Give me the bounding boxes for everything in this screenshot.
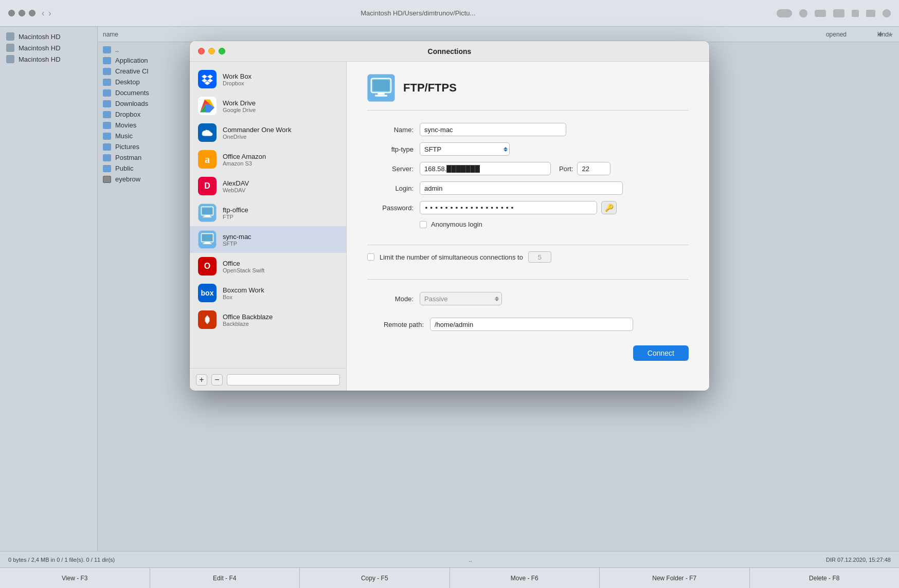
port-input[interactable] <box>577 162 610 175</box>
folder-icon <box>103 89 111 97</box>
server-input[interactable] <box>420 162 551 175</box>
name-input[interactable] <box>420 123 566 136</box>
forward-arrow-icon[interactable]: › <box>48 9 51 18</box>
server-row: Server: Port: <box>367 162 689 175</box>
connection-search-input[interactable] <box>227 374 340 385</box>
list-icon[interactable] <box>866 10 875 17</box>
svg-rect-7 <box>202 208 213 214</box>
show-password-button[interactable]: 🔑 <box>601 201 617 214</box>
divider-2 <box>367 279 689 280</box>
limit-checkbox[interactable] <box>367 253 374 261</box>
hdd-icon-3 <box>6 55 14 63</box>
svg-rect-14 <box>375 95 387 96</box>
name-label: Name: <box>367 126 413 134</box>
info-icon[interactable] <box>799 9 807 17</box>
conn-item-officebackblaze[interactable]: Office Backblaze Backblaze <box>190 306 346 333</box>
view-toggle-icon[interactable] <box>777 9 792 17</box>
back-arrow-icon[interactable]: ‹ <box>42 9 44 18</box>
connection-list-panel: Work Box Dropbox <box>190 62 347 391</box>
folder-icon <box>103 133 111 140</box>
modal-minimize-button[interactable] <box>208 48 215 54</box>
conn-info-workdrive: Work Drive Google Drive <box>223 99 256 113</box>
folder-icon <box>103 46 111 53</box>
conn-item-workdrive[interactable]: Work Drive Google Drive <box>190 93 346 119</box>
add-location-button[interactable]: + <box>877 29 883 40</box>
dropbox-icon <box>198 70 217 88</box>
login-input[interactable] <box>420 181 623 195</box>
conn-item-ftp-office[interactable]: ftp-office FTP <box>190 199 346 226</box>
folder-icon <box>103 100 111 107</box>
view-f3-button[interactable]: View - F3 <box>0 568 150 588</box>
conn-item-alexdav[interactable]: D AlexDAV WebDAV <box>190 173 346 199</box>
status-dir-info: DIR 07.12.2020, 15:27:48 <box>826 557 891 563</box>
tl-min[interactable] <box>19 10 25 16</box>
conn-item-boxcom[interactable]: box Boxcom Work Box <box>190 280 346 306</box>
sidebar-item-macintosh1[interactable]: Macintosh HD <box>0 31 97 42</box>
item-name: Downloads <box>115 100 148 107</box>
svg-rect-11 <box>202 234 213 241</box>
folder-icon <box>103 57 111 64</box>
conn-name-office: Office <box>223 260 264 267</box>
hdd-icon-2 <box>6 44 14 52</box>
conn-info-ftp-office: ftp-office FTP <box>223 206 248 220</box>
delete-f8-button[interactable]: Delete - F8 <box>750 568 900 588</box>
svg-rect-6 <box>203 216 212 217</box>
remove-connection-button[interactable]: − <box>211 374 223 385</box>
mode-label: Mode: <box>367 295 413 303</box>
folder-icon <box>103 68 111 75</box>
conn-item-commander[interactable]: Commander One Work OneDrive <box>190 119 346 146</box>
delete-f8-label: Delete - F8 <box>809 575 839 582</box>
remote-path-input[interactable] <box>430 318 633 331</box>
conn-name-boxcom: Boxcom Work <box>223 286 264 294</box>
ftp-type-select[interactable]: FTP FTPS SFTP <box>420 142 510 156</box>
remote-path-row: Remote path: <box>367 318 689 331</box>
tl-max[interactable] <box>29 10 35 16</box>
tl-close[interactable] <box>8 10 15 16</box>
download-icon[interactable] <box>883 9 891 17</box>
box-icon: box <box>198 284 217 302</box>
eye-icon[interactable] <box>815 10 826 17</box>
new-folder-f7-button[interactable]: New Folder - F7 <box>600 568 750 588</box>
item-name: Application <box>115 57 148 64</box>
copy-f5-button[interactable]: Copy - F5 <box>300 568 450 588</box>
finder-toolbar-icons <box>777 9 891 17</box>
sidebar-item-macintosh3[interactable]: Macintosh HD <box>0 53 97 65</box>
add-connection-button[interactable]: + <box>196 374 207 385</box>
edit-f4-button[interactable]: Edit - F4 <box>150 568 300 588</box>
star-icon: ★ <box>887 30 894 39</box>
status-info: 0 bytes / 2,4 MB in 0 / 1 file(s). 0 / 1… <box>8 557 115 563</box>
connections-modal: Connections Work Box Dropbox <box>190 41 709 391</box>
folder-icon <box>103 154 111 161</box>
modal-close-button[interactable] <box>198 48 205 54</box>
sidebar-item-label-3: Macintosh HD <box>19 56 61 63</box>
detail-title: FTP/FTPS <box>403 81 457 95</box>
svg-rect-15 <box>373 80 390 91</box>
item-name: .. <box>115 46 119 53</box>
anonymous-row: Anonymous login <box>420 220 689 228</box>
conn-item-office-amazon[interactable]: a Office Amazon Amazon S3 <box>190 146 346 173</box>
login-row: Login: <box>367 181 689 195</box>
conn-item-sync-mac[interactable]: sync-mac SFTP <box>190 226 346 253</box>
edit-f4-label: Edit - F4 <box>213 575 236 582</box>
password-input[interactable] <box>420 201 597 214</box>
divider-1 <box>367 245 689 245</box>
port-label: Port: <box>559 165 573 173</box>
conn-type-workbox: Dropbox <box>223 80 251 86</box>
modal-traffic-lights <box>198 48 225 54</box>
grid-icon[interactable] <box>852 10 859 17</box>
conn-item-workbox[interactable]: Work Box Dropbox <box>190 66 346 93</box>
share-icon[interactable] <box>833 9 844 17</box>
name-row: Name: <box>367 123 689 136</box>
svg-rect-13 <box>377 93 384 95</box>
modal-maximize-button[interactable] <box>219 48 225 54</box>
limit-input[interactable] <box>528 251 551 263</box>
login-label: Login: <box>367 185 413 192</box>
connect-button[interactable]: Connect <box>633 345 689 361</box>
anonymous-checkbox[interactable] <box>420 221 427 228</box>
move-f6-button[interactable]: Move - F6 <box>450 568 600 588</box>
conn-item-office[interactable]: O Office OpenStack Swift <box>190 253 346 280</box>
mode-select[interactable]: Active Passive <box>420 292 502 305</box>
modal-body: Work Box Dropbox <box>190 62 709 391</box>
webdav-icon: D <box>198 177 217 195</box>
sidebar-item-macintosh2[interactable]: Macintosh HD <box>0 42 97 53</box>
